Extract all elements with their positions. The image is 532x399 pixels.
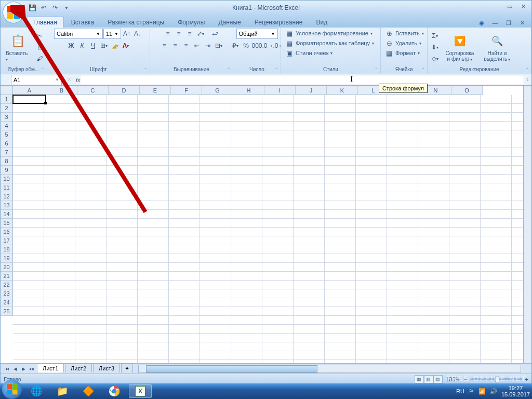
increase-decimal-icon[interactable]: .0→	[263, 41, 273, 51]
font-size-combo[interactable]: 11▼	[103, 29, 121, 39]
wrap-text-icon[interactable]: ⮐	[210, 29, 220, 39]
row-header-2[interactable]: 2	[1, 104, 13, 113]
sheet-tab-2[interactable]: Лист2	[65, 364, 92, 373]
align-middle-icon[interactable]: ≡	[174, 29, 184, 39]
tray-flag-icon[interactable]: 🏳	[469, 388, 474, 394]
row-header-6[interactable]: 6	[1, 139, 13, 148]
sheet-nav-last-icon[interactable]: ⏭	[28, 365, 36, 373]
comma-icon[interactable]: 000	[252, 41, 262, 51]
taskbar-ie-icon[interactable]: 🌐	[25, 384, 48, 398]
fill-icon[interactable]: ⬇	[430, 42, 440, 52]
maximize-button[interactable]: ▭	[503, 2, 516, 11]
row-header-16[interactable]: 16	[1, 228, 13, 236]
sort-filter-button[interactable]: 🔽 Сортировка и фильтр	[441, 32, 478, 63]
col-header-G[interactable]: G	[202, 86, 233, 95]
row-header-22[interactable]: 22	[1, 281, 13, 289]
col-header-K[interactable]: K	[327, 86, 358, 95]
font-color-icon[interactable]: A	[121, 41, 131, 51]
col-header-O[interactable]: O	[451, 86, 483, 95]
row-header-20[interactable]: 20	[1, 263, 13, 272]
row-header-11[interactable]: 11	[1, 183, 13, 192]
col-header-A[interactable]: A	[13, 86, 46, 95]
format-cells-button[interactable]: ▦Формат	[383, 48, 422, 58]
save-icon[interactable]: 💾	[28, 3, 37, 12]
row-header-5[interactable]: 5	[1, 130, 13, 139]
shrink-font-icon[interactable]: A↓	[132, 29, 143, 39]
page-layout-view-icon[interactable]: ▥	[424, 375, 433, 383]
grow-font-icon[interactable]: A↑	[122, 29, 132, 39]
tab-view[interactable]: Вид	[310, 17, 334, 28]
conditional-format-button[interactable]: ▦Условное форматирование	[283, 29, 375, 38]
fill-color-icon[interactable]: ◢	[110, 41, 120, 51]
sheet-nav-next-icon[interactable]: ▶	[19, 365, 28, 373]
insert-cells-button[interactable]: ⊕Вставить	[383, 29, 426, 38]
tab-data[interactable]: Данные	[212, 17, 247, 28]
number-format-combo[interactable]: Общий▼	[236, 29, 278, 39]
minimize-button[interactable]: ―	[490, 2, 502, 11]
border-icon[interactable]: ⊞	[99, 41, 109, 51]
tab-review[interactable]: Рецензирование	[248, 17, 309, 28]
increase-indent-icon[interactable]: ⇥	[203, 41, 213, 51]
qat-dropdown-icon[interactable]: ▼	[62, 3, 71, 12]
formula-input[interactable]	[81, 75, 524, 85]
percent-icon[interactable]: %	[241, 41, 251, 51]
doc-restore-button[interactable]: ❐	[502, 18, 515, 28]
doc-minimize-button[interactable]: ―	[489, 18, 501, 28]
clear-icon[interactable]: ◇	[430, 54, 440, 64]
col-header-B[interactable]: B	[46, 86, 77, 95]
tray-clock[interactable]: 19:2715.09.2017	[501, 385, 530, 397]
redo-icon[interactable]: ↷	[50, 3, 60, 12]
format-as-table-button[interactable]: ▤Форматировать как таблицу	[283, 38, 376, 48]
row-header-12[interactable]: 12	[1, 192, 13, 201]
row-header-21[interactable]: 21	[1, 272, 13, 281]
tab-layout[interactable]: Разметка страницы	[101, 17, 170, 28]
row-header-10[interactable]: 10	[1, 175, 13, 183]
horizontal-scrollbar[interactable]	[138, 365, 521, 373]
decrease-indent-icon[interactable]: ⇤	[192, 41, 202, 51]
doc-close-button[interactable]: ✕	[516, 18, 528, 28]
delete-cells-button[interactable]: ⊖Удалить	[383, 38, 423, 48]
row-header-19[interactable]: 19	[1, 254, 13, 263]
row-header-9[interactable]: 9	[1, 166, 13, 175]
tab-home[interactable]: Главная	[26, 17, 64, 28]
tray-network-icon[interactable]: 📶	[478, 388, 486, 395]
close-button[interactable]: ✕	[517, 2, 529, 11]
taskbar-chrome-icon[interactable]	[103, 384, 126, 398]
bold-button[interactable]: Ж	[66, 41, 76, 51]
row-header-14[interactable]: 14	[1, 210, 13, 219]
row-header-24[interactable]: 24	[1, 298, 13, 307]
copy-icon[interactable]: ⎘	[34, 42, 45, 52]
help-icon[interactable]: ◉	[475, 18, 488, 28]
taskbar-media-icon[interactable]: 🔶	[77, 384, 100, 398]
sheet-tab-1[interactable]: Лист1	[37, 364, 64, 373]
underline-button[interactable]: Ч	[88, 41, 98, 51]
normal-view-icon[interactable]: ▦	[415, 375, 424, 383]
col-header-J[interactable]: J	[296, 86, 327, 95]
taskbar-explorer-icon[interactable]: 📁	[51, 384, 74, 398]
fx-button[interactable]: fx	[76, 77, 81, 83]
tray-sound-icon[interactable]: 🔊	[490, 388, 497, 395]
row-header-7[interactable]: 7	[1, 148, 13, 157]
merge-icon[interactable]: ⊟	[214, 41, 224, 51]
currency-icon[interactable]: ₽	[230, 41, 241, 51]
new-sheet-button[interactable]: ✦	[121, 364, 133, 373]
row-header-4[interactable]: 4	[1, 122, 13, 130]
name-box[interactable]: A1▼	[11, 75, 62, 85]
align-top-icon[interactable]: ≡	[163, 29, 173, 39]
row-header-13[interactable]: 13	[1, 201, 13, 210]
tray-lang[interactable]: RU	[456, 388, 464, 394]
align-left-icon[interactable]: ≡	[159, 41, 169, 51]
office-button[interactable]	[3, 2, 24, 23]
sheet-nav-prev-icon[interactable]: ◀	[11, 365, 19, 373]
row-header-15[interactable]: 15	[1, 219, 13, 228]
row-header-1[interactable]: 1	[1, 95, 13, 104]
taskbar-excel-icon[interactable]: X	[129, 384, 152, 398]
cells-area[interactable]	[13, 95, 523, 363]
page-break-view-icon[interactable]: ▤	[433, 375, 443, 383]
orientation-icon[interactable]: ⤢	[195, 29, 206, 39]
row-header-17[interactable]: 17	[1, 236, 13, 245]
align-center-icon[interactable]: ≡	[170, 41, 180, 51]
vertical-scrollbar[interactable]	[523, 86, 531, 363]
align-bottom-icon[interactable]: ≡	[184, 29, 195, 39]
col-header-H[interactable]: H	[233, 86, 264, 95]
